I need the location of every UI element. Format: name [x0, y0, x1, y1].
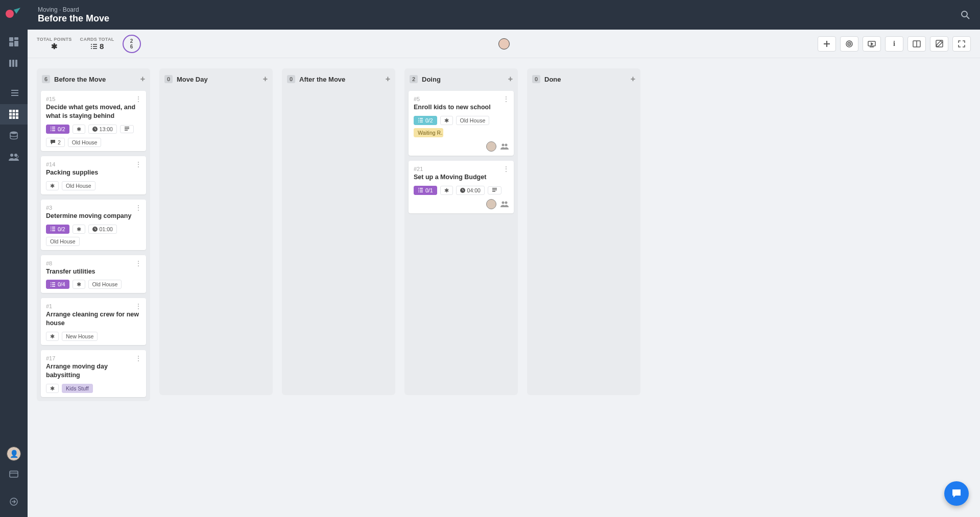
svg-rect-11	[9, 110, 12, 112]
svg-point-39	[849, 43, 850, 44]
card-menu-icon[interactable]: ⋮	[135, 204, 142, 212]
card-menu-icon[interactable]: ⋮	[135, 354, 142, 362]
edit-icon[interactable]	[930, 36, 948, 52]
tag-badge: Old House	[88, 280, 122, 289]
card[interactable]: #8 ⋮ Transfer utilities 0/4✱Old House	[41, 255, 146, 293]
card[interactable]: #15 ⋮ Decide what gets moved, and what i…	[41, 91, 146, 151]
board-member-avatar[interactable]	[498, 38, 510, 50]
points-badge: ✱	[73, 280, 85, 289]
time-badge: 13:00	[88, 125, 117, 134]
page-title: Before the Move	[38, 13, 109, 24]
card-id: #15	[46, 96, 141, 102]
group-icon[interactable]	[500, 143, 509, 150]
svg-rect-3	[9, 42, 13, 46]
group-icon[interactable]	[500, 201, 509, 207]
chat-fab[interactable]	[944, 481, 969, 506]
columns-icon[interactable]	[907, 36, 926, 52]
nav-billing[interactable]	[0, 464, 28, 484]
column-done[interactable]: 0 Done +	[527, 68, 640, 395]
card[interactable]: #3 ⋮ Determine moving company 0/2✱01:00O…	[41, 200, 146, 250]
breadcrumb[interactable]: Moving · Board	[38, 6, 109, 13]
add-button[interactable]	[818, 36, 836, 52]
nav-user-avatar[interactable]: 👤	[0, 444, 28, 464]
tag-badge: Waiting R…	[414, 128, 443, 137]
nav-dashboard[interactable]	[0, 32, 28, 52]
card-menu-icon[interactable]: ⋮	[135, 259, 142, 267]
column-add-card[interactable]: +	[140, 75, 145, 84]
column-title: After the Move	[299, 76, 345, 83]
svg-rect-4	[14, 41, 18, 46]
column-count: 6	[42, 75, 50, 83]
nav-grid[interactable]	[0, 104, 28, 125]
nav-team[interactable]	[0, 147, 28, 167]
card-title: Decide what gets moved, and what is stay…	[46, 103, 141, 120]
points-badge: ✱	[46, 384, 59, 393]
time-badge: 04:00	[456, 186, 485, 195]
svg-rect-16	[16, 113, 18, 116]
card-menu-icon[interactable]: ⋮	[135, 95, 142, 103]
svg-rect-1	[9, 37, 13, 41]
fullscreen-icon[interactable]	[952, 36, 971, 52]
svg-rect-24	[10, 471, 18, 477]
target-icon[interactable]	[840, 36, 858, 52]
card-id: #3	[46, 205, 141, 211]
present-icon[interactable]	[863, 36, 881, 52]
card[interactable]: #1 ⋮ Arrange cleaning crew for new house…	[41, 298, 146, 345]
svg-point-73	[502, 143, 505, 146]
checklist-badge: 0/2	[46, 225, 69, 234]
card-id: #8	[46, 260, 141, 266]
nav-logout[interactable]	[0, 491, 28, 512]
info-icon[interactable]: i	[885, 36, 903, 52]
svg-point-85	[502, 201, 505, 204]
card-title: Transfer utilities	[46, 267, 141, 276]
card[interactable]: #17 ⋮ Arrange moving day babysitting ✱Ki…	[41, 350, 146, 397]
svg-point-27	[962, 11, 967, 17]
svg-rect-6	[12, 60, 14, 67]
column-doing[interactable]: 2 Doing + #5 ⋮ Enroll kids to new school…	[404, 68, 518, 395]
card-id: #14	[46, 161, 141, 167]
assignee-avatar[interactable]	[486, 199, 496, 209]
column-title: Doing	[422, 76, 441, 83]
column-add-card[interactable]: +	[386, 75, 390, 84]
nav-database[interactable]	[0, 126, 28, 146]
card[interactable]: #21 ⋮ Set up a Moving Budget 0/1✱04:00	[409, 161, 514, 213]
progress-ring[interactable]: 2 6	[123, 35, 141, 53]
column-before-the-move[interactable]: 6 Before the Move + #15 ⋮ Decide what ge…	[37, 68, 150, 401]
header: Moving · Board Before the Move	[28, 0, 980, 30]
stat-total-points: TOTAL POINTS ✱	[37, 37, 72, 51]
app-logo[interactable]	[5, 4, 23, 22]
column-title: Done	[544, 76, 561, 83]
description-icon	[488, 186, 501, 194]
card-menu-icon[interactable]: ⋮	[503, 165, 510, 173]
toolbar: TOTAL POINTS ✱ CARDS TOTAL 8 2 6 i	[28, 30, 980, 58]
assignee-avatar[interactable]	[486, 141, 496, 152]
time-badge: 01:00	[88, 225, 117, 234]
card-menu-icon[interactable]: ⋮	[135, 160, 142, 168]
column-move-day[interactable]: 0 Move Day +	[159, 68, 273, 395]
column-add-card[interactable]: +	[263, 75, 268, 84]
svg-rect-15	[13, 113, 15, 116]
points-badge: ✱	[440, 116, 453, 125]
kanban-board[interactable]: 6 Before the Move + #15 ⋮ Decide what ge…	[28, 58, 980, 517]
column-after-the-move[interactable]: 0 After the Move +	[282, 68, 395, 395]
svg-rect-14	[9, 113, 12, 116]
card-menu-icon[interactable]: ⋮	[503, 95, 510, 103]
nav-list[interactable]	[0, 83, 28, 103]
svg-rect-17	[9, 116, 12, 119]
column-count: 0	[164, 75, 173, 83]
card-title: Set up a Moving Budget	[414, 173, 509, 182]
nav-boards[interactable]	[0, 53, 28, 73]
card-title: Enroll kids to new school	[414, 103, 509, 112]
tag-badge: Kids Stuff	[62, 384, 93, 393]
search-icon[interactable]	[961, 10, 970, 19]
column-count: 2	[410, 75, 418, 83]
card-menu-icon[interactable]: ⋮	[135, 302, 142, 310]
column-add-card[interactable]: +	[508, 75, 513, 84]
card[interactable]: #5 ⋮ Enroll kids to new school 0/2✱Old H…	[409, 91, 514, 156]
column-add-card[interactable]: +	[631, 75, 635, 84]
svg-rect-7	[15, 60, 17, 67]
card[interactable]: #14 ⋮ Packing supplies ✱Old House	[41, 156, 146, 194]
svg-rect-43	[936, 40, 943, 47]
points-badge: ✱	[46, 181, 59, 190]
checklist-badge: 0/2	[46, 125, 69, 134]
